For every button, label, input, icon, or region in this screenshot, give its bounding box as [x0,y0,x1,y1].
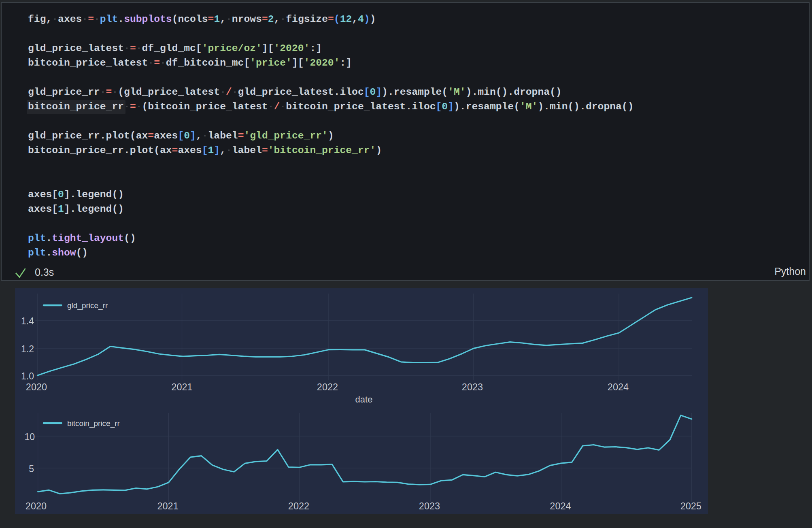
svg-text:1.0: 1.0 [21,371,34,381]
svg-text:bitcoin_price_rr: bitcoin_price_rr [67,419,120,428]
svg-text:2023: 2023 [462,382,483,392]
svg-text:2023: 2023 [419,501,440,511]
svg-text:2021: 2021 [157,501,178,511]
svg-text:2021: 2021 [171,382,192,392]
svg-text:10: 10 [24,432,35,442]
svg-text:2025: 2025 [680,501,701,511]
svg-text:2020: 2020 [26,382,47,392]
svg-text:2022: 2022 [317,382,338,392]
svg-text:5: 5 [29,464,34,474]
svg-text:1.4: 1.4 [21,316,34,326]
svg-text:gld_price_rr: gld_price_rr [67,301,108,310]
svg-text:1.2: 1.2 [21,344,34,354]
svg-text:2020: 2020 [26,501,47,511]
svg-text:2024: 2024 [608,382,629,392]
svg-text:2024: 2024 [550,501,571,511]
svg-text:2022: 2022 [288,501,309,511]
svg-text:date: date [355,394,373,405]
